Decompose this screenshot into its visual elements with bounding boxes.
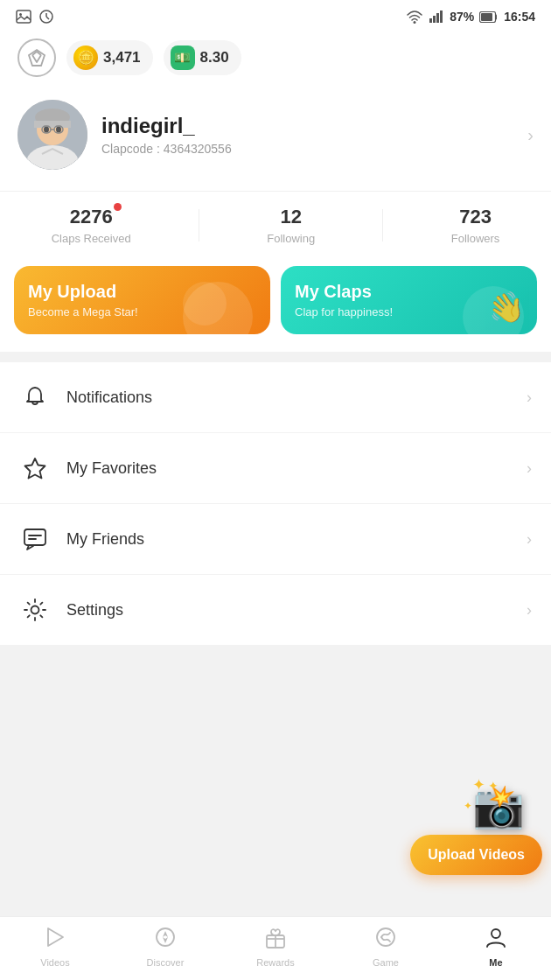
profile-section[interactable]: indiegirl_ Clapcode : 4364320556 › <box>0 91 551 191</box>
cash-amount: 8.30 <box>200 49 229 66</box>
me-nav-icon <box>485 926 507 954</box>
nav-item-rewards[interactable]: Rewards <box>241 926 310 968</box>
nav-item-discover[interactable]: Discover <box>130 926 200 968</box>
svg-point-19 <box>44 127 49 133</box>
svg-rect-25 <box>24 529 45 545</box>
settings-menu-icon <box>19 594 51 626</box>
svg-rect-6 <box>429 18 432 23</box>
upload-float-label: Upload Videos <box>428 847 525 863</box>
videos-nav-label: Videos <box>40 957 69 968</box>
avatar <box>17 100 87 170</box>
nav-item-videos[interactable]: Videos <box>20 926 90 968</box>
compass-icon <box>154 926 177 948</box>
gear-icon <box>23 598 47 622</box>
me-nav-label: Me <box>489 957 502 968</box>
status-left <box>16 9 54 24</box>
svg-marker-24 <box>25 458 45 479</box>
upload-float: 📸 ✦ ✦ ✦ Upload Videos <box>410 782 542 875</box>
profile-clapcode: Clapcode : 4364320556 <box>101 142 513 156</box>
status-right: 87% 16:54 <box>406 10 535 24</box>
friends-menu-icon <box>19 523 51 555</box>
upload-button[interactable]: My Upload Become a Mega Star! <box>14 266 270 334</box>
coin-badge[interactable]: 🪙 3,471 <box>66 40 153 75</box>
svg-line-4 <box>46 17 49 19</box>
following-count: 12 <box>280 206 301 228</box>
discover-nav-label: Discover <box>147 957 185 968</box>
menu-item-notifications[interactable]: Notifications › <box>0 362 551 433</box>
friends-label: My Friends <box>66 530 527 549</box>
settings-label: Settings <box>66 601 527 620</box>
coin-icon: 🪙 <box>73 46 98 70</box>
game-nav-label: Game <box>373 957 399 968</box>
svg-point-37 <box>492 929 500 938</box>
image-icon <box>16 10 31 24</box>
avatar-image <box>17 100 87 170</box>
notification-dot <box>114 203 122 211</box>
profile-info: indiegirl_ Clapcode : 4364320556 <box>101 114 513 156</box>
stat-divider-2 <box>382 209 383 242</box>
game-icon <box>374 926 397 948</box>
claps-label: Claps Received <box>52 232 131 245</box>
following-label: Following <box>267 232 315 245</box>
signal-icon <box>429 10 444 24</box>
claps-count: 2276 <box>70 206 113 228</box>
sparkle-3: ✦ <box>488 779 499 793</box>
bell-icon <box>23 385 47 410</box>
svg-point-28 <box>31 606 39 614</box>
svg-rect-11 <box>481 13 492 21</box>
notification-icon <box>38 9 54 24</box>
camera-decoration: 📸 ✦ ✦ ✦ <box>472 782 542 831</box>
svg-rect-18 <box>34 121 71 128</box>
svg-point-36 <box>377 928 394 946</box>
upload-title: My Upload <box>28 282 256 302</box>
svg-point-20 <box>56 127 61 133</box>
nav-item-me[interactable]: Me <box>461 926 531 968</box>
sparkle-1: ✦ <box>472 775 485 794</box>
svg-marker-29 <box>48 928 63 946</box>
upload-float-container: 📸 ✦ ✦ ✦ Upload Videos <box>410 782 542 875</box>
battery-text: 87% <box>450 10 474 24</box>
rewards-icon <box>264 926 287 948</box>
profile-username: indiegirl_ <box>101 114 513 138</box>
time-text: 16:54 <box>504 10 535 24</box>
wifi-icon <box>406 10 423 24</box>
svg-marker-32 <box>163 937 168 943</box>
menu-section: Notifications › My Favorites › My Friend… <box>0 362 551 645</box>
upload-float-button[interactable]: Upload Videos <box>410 835 542 875</box>
videos-nav-icon <box>44 926 66 954</box>
menu-item-favorites[interactable]: My Favorites › <box>0 433 551 504</box>
notification-menu-icon <box>19 382 51 413</box>
menu-item-friends[interactable]: My Friends › <box>0 504 551 575</box>
sparkle-2: ✦ <box>464 800 472 812</box>
clap-hand-icon: 👋 <box>485 288 527 329</box>
notifications-chevron-icon: › <box>527 388 532 407</box>
cash-badge[interactable]: 💵 8.30 <box>164 40 241 75</box>
stat-following[interactable]: 12 Following <box>267 206 315 245</box>
rewards-nav-label: Rewards <box>256 957 294 968</box>
chat-icon <box>23 527 47 551</box>
claps-button[interactable]: My Claps Clap for happiness! 👋 <box>281 266 537 334</box>
rewards-nav-icon <box>264 926 287 954</box>
star-icon <box>23 456 47 480</box>
svg-rect-9 <box>440 10 443 23</box>
discover-nav-icon <box>154 926 177 954</box>
status-bar: 87% 16:54 <box>0 0 551 30</box>
upload-subtitle: Become a Mega Star! <box>28 305 256 318</box>
profile-chevron-icon[interactable]: › <box>527 125 534 145</box>
svg-rect-8 <box>436 13 439 23</box>
followers-count: 723 <box>459 206 492 228</box>
followers-label: Followers <box>451 232 500 245</box>
svg-rect-7 <box>433 16 436 23</box>
battery-icon <box>479 11 499 23</box>
stat-divider-1 <box>199 209 199 242</box>
nav-item-game[interactable]: Game <box>351 926 421 968</box>
action-buttons: My Upload Become a Mega Star! My Claps C… <box>0 266 551 352</box>
cash-icon: 💵 <box>171 46 195 70</box>
favorites-menu-icon <box>19 452 51 484</box>
svg-point-1 <box>19 13 22 16</box>
vip-icon[interactable] <box>17 38 56 77</box>
menu-item-settings[interactable]: Settings › <box>0 575 551 645</box>
svg-marker-31 <box>163 931 168 937</box>
stat-followers[interactable]: 723 Followers <box>451 206 500 245</box>
stat-claps[interactable]: 2276 Claps Received <box>52 206 131 245</box>
